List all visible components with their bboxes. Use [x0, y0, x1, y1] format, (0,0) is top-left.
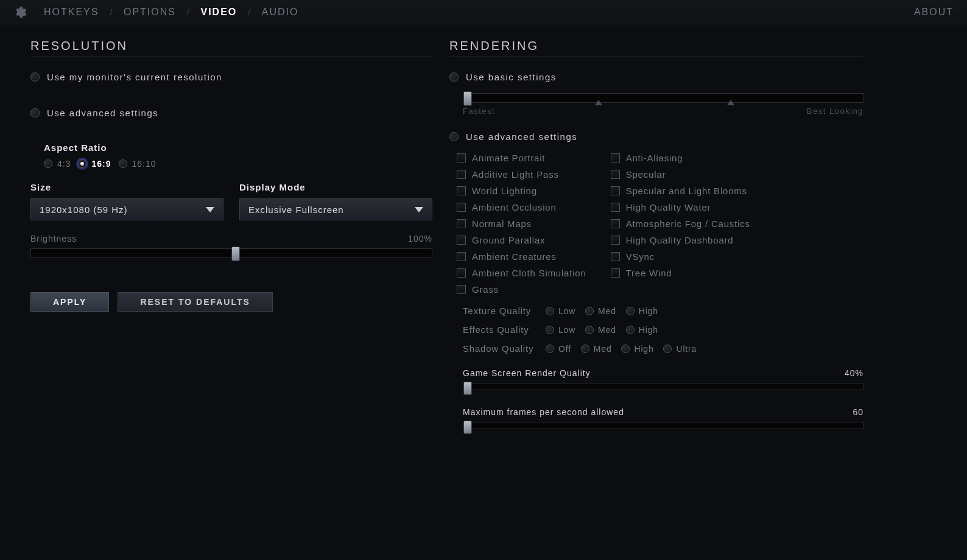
radio[interactable] — [626, 307, 635, 315]
texture-quality-med[interactable]: Med — [585, 306, 616, 316]
checkbox[interactable] — [457, 252, 466, 261]
radio[interactable] — [581, 345, 589, 353]
check-high-quality-water[interactable]: High Quality Water — [611, 202, 750, 212]
top-bar: HOTKEYS / OPTIONS / VIDEO / AUDIO ABOUT — [0, 0, 967, 24]
radio-use-basic[interactable] — [449, 72, 459, 82]
radio-16-9[interactable] — [78, 159, 86, 168]
tab-options[interactable]: OPTIONS — [124, 7, 176, 18]
effects-quality-med[interactable]: Med — [585, 325, 616, 335]
effects-quality-high[interactable]: High — [626, 325, 658, 335]
tab-video[interactable]: VIDEO — [200, 7, 237, 18]
check-vsync[interactable]: VSync — [611, 251, 750, 262]
aspect-16-10[interactable]: 16:10 — [119, 159, 156, 169]
check-additive-light-pass[interactable]: Additive Light Pass — [457, 169, 586, 180]
quality-rows: Texture Quality LowMedHigh Effects Quali… — [463, 306, 863, 354]
checkbox[interactable] — [457, 236, 466, 245]
use-advanced-rendering-row[interactable]: Use advanced settings — [449, 131, 863, 142]
check-ambient-creatures[interactable]: Ambient Creatures — [457, 251, 586, 262]
display-mode-dropdown[interactable]: Exclusive Fullscreen — [239, 198, 432, 220]
radio-use-advanced-resolution[interactable] — [30, 108, 40, 117]
check-animate-portrait[interactable]: Animate Portrait — [457, 153, 586, 163]
texture-quality-low[interactable]: Low — [546, 306, 575, 316]
check-high-quality-dashboard[interactable]: High Quality Dashboard — [611, 235, 750, 245]
check-world-lighting[interactable]: World Lighting — [457, 186, 586, 196]
reset-to-defaults-button[interactable]: RESET TO DEFAULTS — [118, 292, 273, 312]
checkbox[interactable] — [611, 268, 620, 278]
checkbox[interactable] — [457, 268, 466, 278]
tab-audio[interactable]: AUDIO — [262, 7, 299, 18]
check-label: Ground Parallax — [472, 235, 545, 245]
check-ambient-occlusion[interactable]: Ambient Occlusion — [457, 202, 586, 212]
check-label: Ambient Cloth Simulation — [472, 268, 586, 278]
check-tree-wind[interactable]: Tree Wind — [611, 268, 750, 278]
radio-use-advanced-rendering[interactable] — [449, 132, 459, 141]
max-fps-slider: Maximum frames per second allowed 60 — [463, 407, 863, 429]
basic-quality-thumb[interactable] — [463, 91, 472, 106]
effects-quality-low[interactable]: Low — [546, 325, 575, 335]
check-grass[interactable]: Grass — [457, 284, 586, 295]
brightness-thumb[interactable] — [231, 247, 240, 261]
basic-quality-track[interactable] — [463, 93, 863, 103]
radio[interactable] — [663, 345, 672, 353]
display-mode-label: Display Mode — [239, 182, 432, 192]
checkbox[interactable] — [457, 186, 466, 195]
checkbox[interactable] — [611, 252, 620, 261]
effects-quality-label: Effects Quality — [463, 324, 536, 335]
check-ground-parallax[interactable]: Ground Parallax — [457, 235, 586, 245]
check-anti-aliasing[interactable]: Anti-Aliasing — [611, 153, 750, 163]
shadow-quality-ultra[interactable]: Ultra — [663, 344, 697, 354]
check-specular[interactable]: Specular — [611, 169, 750, 180]
radio[interactable] — [585, 326, 594, 334]
checkbox[interactable] — [611, 219, 620, 228]
render-quality-track[interactable] — [463, 383, 863, 390]
use-basic-row[interactable]: Use basic settings — [449, 72, 863, 82]
basic-quality-left-cap: Fastest — [463, 107, 495, 116]
checkbox[interactable] — [457, 170, 466, 179]
radio-16-10[interactable] — [119, 159, 127, 168]
gear-icon[interactable] — [13, 5, 27, 19]
checkbox[interactable] — [611, 153, 620, 163]
checkbox[interactable] — [457, 219, 466, 228]
check-ambient-cloth-simulation[interactable]: Ambient Cloth Simulation — [457, 268, 586, 278]
max-fps-thumb[interactable] — [463, 421, 472, 434]
radio[interactable] — [546, 345, 554, 353]
radio[interactable] — [621, 345, 630, 353]
checkbox[interactable] — [611, 203, 620, 212]
radio[interactable] — [585, 307, 594, 315]
display-mode-value: Exclusive Fullscreen — [248, 205, 344, 215]
radio[interactable] — [626, 326, 635, 334]
checkbox[interactable] — [457, 285, 466, 294]
shadow-quality-med[interactable]: Med — [581, 344, 612, 354]
check-label: Ambient Creatures — [472, 251, 557, 262]
checkbox[interactable] — [611, 236, 620, 245]
size-dropdown[interactable]: 1920x1080 (59 Hz) — [30, 198, 223, 220]
checkbox[interactable] — [457, 203, 466, 212]
use-advanced-resolution-row[interactable]: Use advanced settings — [30, 108, 432, 118]
apply-button[interactable]: APPLY — [30, 292, 109, 312]
rendering-title: RENDERING — [449, 39, 863, 57]
check-label: High Quality Water — [626, 202, 711, 212]
radio-4-3[interactable] — [44, 159, 52, 168]
radio[interactable] — [546, 326, 554, 334]
about-link[interactable]: ABOUT — [914, 7, 954, 18]
radio-use-monitor[interactable] — [30, 72, 40, 82]
check-specular-and-light-blooms[interactable]: Specular and Light Blooms — [611, 186, 750, 196]
check-atmospheric-fog-caustics[interactable]: Atmospheric Fog / Caustics — [611, 219, 750, 229]
brightness-track[interactable] — [30, 248, 432, 258]
checkbox[interactable] — [611, 186, 620, 195]
max-fps-track[interactable] — [463, 422, 863, 429]
checkbox[interactable] — [457, 153, 466, 163]
check-label: Grass — [472, 284, 499, 295]
checkbox[interactable] — [611, 170, 620, 179]
texture-quality-high[interactable]: High — [626, 306, 658, 316]
shadow-quality-off[interactable]: Off — [546, 344, 571, 354]
aspect-4-3[interactable]: 4:3 — [44, 159, 71, 169]
use-monitor-resolution-row[interactable]: Use my monitor's current resolution — [30, 72, 432, 82]
radio[interactable] — [546, 307, 554, 315]
tab-hotkeys[interactable]: HOTKEYS — [44, 7, 99, 18]
aspect-16-9[interactable]: 16:9 — [78, 159, 111, 169]
check-normal-maps[interactable]: Normal Maps — [457, 219, 586, 229]
render-quality-thumb[interactable] — [463, 382, 472, 395]
texture-quality-label: Texture Quality — [463, 306, 536, 316]
shadow-quality-high[interactable]: High — [621, 344, 653, 354]
